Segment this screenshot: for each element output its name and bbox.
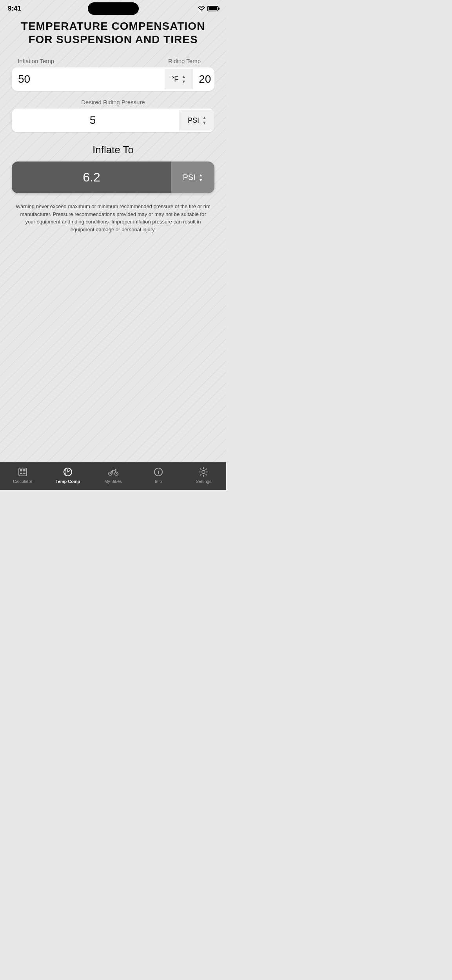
dynamic-island: [88, 2, 139, 15]
svg-rect-2: [20, 469, 22, 471]
temp-unit-selector[interactable]: °F ▲ ▼: [165, 69, 192, 89]
inflation-temp-input[interactable]: [12, 67, 165, 91]
desired-pressure-label: Desired Riding Pressure: [12, 99, 214, 105]
wifi-icon: [198, 6, 205, 11]
tab-my-bikes[interactable]: My Bikes: [91, 466, 136, 484]
desired-pressure-input[interactable]: [12, 109, 180, 132]
inflate-to-value: 6.2: [12, 162, 171, 193]
stepper-down-icon: ▼: [182, 80, 186, 84]
temp-row: Inflation Temp Riding Temp °F ▲ ▼: [12, 58, 214, 91]
my-bikes-icon: [108, 466, 119, 477]
tab-settings[interactable]: Settings: [181, 466, 226, 484]
status-bar: 9:41: [0, 0, 226, 16]
tab-temp-comp[interactable]: Temp Comp: [45, 466, 90, 484]
svg-point-13: [202, 470, 205, 474]
main-content: TEMPERATURE COMPENSATION FOR SUSPENSION …: [0, 16, 226, 462]
pressure-stepper-up-icon: ▲: [202, 116, 207, 120]
tab-info[interactable]: i Info: [136, 466, 181, 484]
inflate-unit-selector[interactable]: PSI ▲ ▼: [171, 162, 214, 193]
inflate-section: Inflate To 6.2 PSI ▲ ▼: [12, 144, 214, 193]
tab-info-label: Info: [155, 479, 162, 484]
inflate-to-title: Inflate To: [12, 144, 214, 156]
svg-rect-4: [20, 472, 22, 472]
pressure-unit-stepper[interactable]: ▲ ▼: [202, 116, 207, 125]
temp-unit-label: °F: [171, 75, 178, 83]
inflate-stepper-down-icon: ▼: [199, 178, 203, 182]
temp-comp-icon: [62, 466, 73, 477]
svg-rect-6: [20, 473, 22, 474]
svg-rect-7: [23, 473, 25, 474]
tab-my-bikes-label: My Bikes: [104, 479, 122, 484]
tab-temp-comp-label: Temp Comp: [56, 479, 80, 484]
svg-point-0: [201, 11, 202, 11]
battery-icon: [207, 6, 218, 11]
warning-text: Warning never exceed maximum or minimum …: [12, 203, 214, 233]
svg-rect-5: [23, 472, 25, 472]
riding-temp-label: Riding Temp: [168, 58, 201, 64]
info-icon: i: [153, 466, 164, 477]
inflate-stepper[interactable]: ▲ ▼: [199, 173, 203, 182]
pressure-input-row: PSI ▲ ▼: [12, 109, 214, 132]
tab-calculator[interactable]: Calculator: [0, 466, 45, 484]
stepper-up-icon: ▲: [182, 74, 186, 79]
inflation-temp-label: Inflation Temp: [18, 58, 54, 64]
status-time: 9:41: [8, 5, 21, 13]
temp-inputs-row: °F ▲ ▼: [12, 67, 214, 91]
status-icons: [198, 6, 218, 11]
inflate-stepper-up-icon: ▲: [199, 173, 203, 177]
pressure-stepper-down-icon: ▼: [202, 121, 207, 125]
inflate-result-row: 6.2 PSI ▲ ▼: [12, 162, 214, 193]
tab-calculator-label: Calculator: [13, 479, 33, 484]
page-title: TEMPERATURE COMPENSATION FOR SUSPENSION …: [12, 20, 214, 46]
tab-bar: Calculator Temp Comp: [0, 462, 226, 490]
svg-rect-3: [23, 469, 25, 471]
pressure-row: Desired Riding Pressure PSI ▲ ▼: [12, 99, 214, 132]
pressure-unit-selector[interactable]: PSI ▲ ▼: [180, 110, 214, 131]
calculator-icon: [17, 466, 28, 477]
screen: 9:41 TEMPERATURE COMPENSATION FOR SUSPEN…: [0, 0, 226, 490]
temp-unit-stepper[interactable]: ▲ ▼: [182, 74, 186, 84]
battery-fill: [209, 7, 217, 10]
riding-temp-input[interactable]: [192, 67, 214, 91]
svg-text:i: i: [158, 469, 159, 475]
pressure-unit-label: PSI: [188, 116, 199, 125]
inflate-unit-label: PSI: [183, 173, 195, 182]
temp-labels-row: Inflation Temp Riding Temp: [12, 58, 214, 64]
tab-settings-label: Settings: [196, 479, 211, 484]
settings-icon: [198, 466, 209, 477]
